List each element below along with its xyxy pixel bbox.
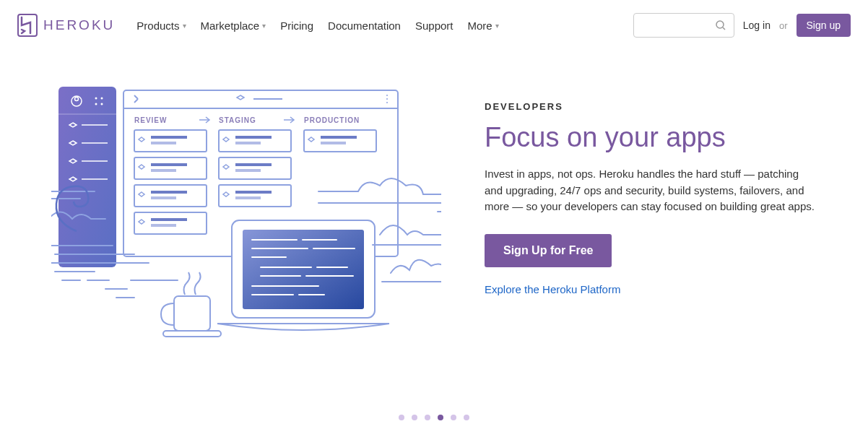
hero-content: DEVELOPERS Focus on your apps Invest in … bbox=[485, 79, 817, 295]
carousel-dots bbox=[0, 415, 868, 424]
or-text: or bbox=[779, 20, 788, 31]
svg-rect-48 bbox=[243, 230, 364, 309]
svg-rect-63 bbox=[163, 331, 221, 337]
heroku-logo-icon bbox=[17, 14, 38, 37]
carousel-dot[interactable] bbox=[425, 415, 430, 420]
nav-pricing[interactable]: Pricing bbox=[280, 20, 313, 32]
svg-line-2 bbox=[723, 27, 725, 30]
carousel-dot[interactable] bbox=[451, 415, 456, 420]
logo-text: HEROKU bbox=[43, 17, 115, 33]
carousel-dot[interactable] bbox=[399, 415, 404, 420]
svg-rect-24 bbox=[134, 157, 207, 179]
logo[interactable]: HEROKU bbox=[17, 14, 115, 37]
explore-link[interactable]: Explore the Heroku Platform bbox=[485, 283, 817, 295]
svg-rect-26 bbox=[134, 212, 207, 234]
nav-marketplace[interactable]: Marketplace▾ bbox=[201, 20, 266, 32]
svg-rect-44 bbox=[235, 196, 261, 199]
nav-support[interactable]: Support bbox=[415, 20, 453, 32]
signup-free-button[interactable]: Sign Up for Free bbox=[485, 234, 612, 267]
nav-items: Products▾Marketplace▾PricingDocumentatio… bbox=[136, 20, 498, 32]
chevron-down-icon: ▾ bbox=[262, 22, 266, 30]
main-nav: HEROKU Products▾Marketplace▾PricingDocum… bbox=[0, 0, 868, 51]
svg-rect-31 bbox=[151, 136, 187, 139]
svg-rect-36 bbox=[151, 196, 176, 199]
carousel-dot[interactable] bbox=[464, 415, 469, 420]
hero-eyebrow: DEVELOPERS bbox=[485, 101, 817, 112]
svg-rect-39 bbox=[235, 136, 272, 139]
svg-rect-32 bbox=[151, 142, 176, 144]
pipeline-review-label: REVIEW bbox=[134, 116, 167, 124]
svg-rect-46 bbox=[321, 142, 346, 144]
hero-body: Invest in apps, not ops. Heroku handles … bbox=[485, 166, 817, 215]
signup-button[interactable]: Sign up bbox=[797, 14, 851, 37]
svg-rect-29 bbox=[219, 185, 291, 207]
svg-point-6 bbox=[386, 95, 388, 96]
svg-rect-43 bbox=[235, 191, 272, 194]
svg-rect-38 bbox=[151, 224, 176, 227]
svg-point-15 bbox=[101, 103, 103, 105]
svg-point-13 bbox=[101, 98, 103, 100]
svg-rect-25 bbox=[134, 185, 207, 207]
svg-rect-40 bbox=[235, 142, 261, 144]
svg-point-1 bbox=[716, 21, 724, 28]
nav-documentation[interactable]: Documentation bbox=[328, 20, 401, 32]
login-link[interactable]: Log in bbox=[743, 20, 771, 31]
svg-rect-37 bbox=[151, 218, 187, 221]
svg-rect-33 bbox=[151, 163, 187, 166]
carousel-dot[interactable] bbox=[438, 415, 443, 420]
nav-more[interactable]: More▾ bbox=[468, 20, 499, 32]
svg-rect-45 bbox=[321, 136, 357, 139]
pipeline-staging-label: STAGING bbox=[219, 116, 256, 124]
svg-rect-30 bbox=[304, 130, 376, 152]
svg-rect-27 bbox=[219, 130, 291, 152]
hero-heading: Focus on your apps bbox=[485, 122, 817, 153]
nav-products[interactable]: Products▾ bbox=[136, 20, 186, 32]
svg-point-8 bbox=[386, 102, 388, 103]
svg-rect-62 bbox=[174, 296, 210, 331]
search-input[interactable] bbox=[633, 13, 734, 38]
hero-illustration: REVIEW STAGING PRODUCTION bbox=[51, 79, 441, 357]
svg-point-12 bbox=[95, 98, 97, 100]
svg-rect-42 bbox=[235, 169, 261, 172]
svg-rect-34 bbox=[151, 169, 176, 172]
pipeline-production-label: PRODUCTION bbox=[304, 116, 360, 124]
nav-right: Log in or Sign up bbox=[633, 13, 851, 38]
svg-point-7 bbox=[386, 98, 388, 100]
search-icon bbox=[715, 20, 726, 31]
chevron-down-icon: ▾ bbox=[183, 22, 186, 30]
chevron-down-icon: ▾ bbox=[495, 22, 499, 30]
svg-rect-41 bbox=[235, 163, 272, 166]
carousel-dot[interactable] bbox=[412, 415, 417, 420]
svg-rect-35 bbox=[151, 191, 187, 194]
svg-rect-28 bbox=[219, 157, 291, 179]
svg-point-14 bbox=[95, 103, 97, 105]
svg-rect-23 bbox=[134, 130, 207, 152]
hero-section: REVIEW STAGING PRODUCTION bbox=[1, 51, 867, 386]
